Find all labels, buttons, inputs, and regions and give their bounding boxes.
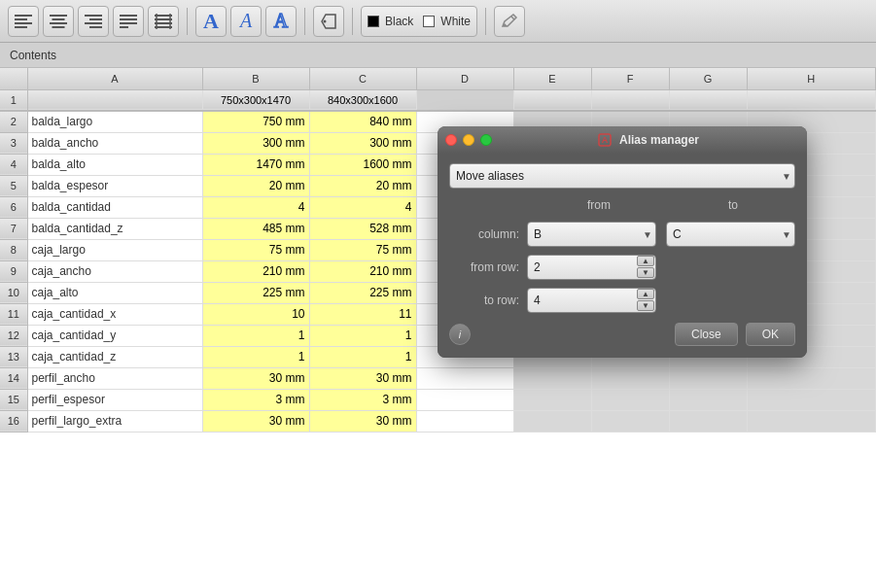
row-8-c[interactable]: 75 mm <box>309 239 416 260</box>
row-1-d[interactable] <box>416 89 513 111</box>
row-16-b[interactable]: 30 mm <box>202 410 309 432</box>
row-3-b[interactable]: 300 mm <box>202 132 309 154</box>
close-button[interactable]: Close <box>675 323 738 346</box>
row-15-a[interactable]: perfil_espesor <box>27 389 202 410</box>
row-3-num[interactable]: 3 <box>0 132 27 154</box>
row-1-c[interactable]: 840x300x1600 <box>309 89 416 111</box>
row-10-c[interactable]: 225 mm <box>309 282 416 303</box>
pencil-button[interactable] <box>494 6 525 37</box>
row-15-h[interactable] <box>747 389 876 410</box>
row-9-b[interactable]: 210 mm <box>202 260 309 282</box>
row-1-b[interactable]: 750x300x1470 <box>202 89 309 111</box>
font-a-bold-button[interactable]: A <box>195 6 227 37</box>
row-16-d[interactable] <box>416 410 513 432</box>
row-5-num[interactable]: 5 <box>0 175 27 196</box>
ok-button[interactable]: OK <box>746 323 795 346</box>
row-14-f[interactable] <box>591 367 669 389</box>
row-15-g[interactable] <box>669 389 747 410</box>
row-11-b[interactable]: 10 <box>202 303 309 325</box>
row-7-num[interactable]: 7 <box>0 218 27 239</box>
info-button[interactable]: i <box>449 324 471 345</box>
dialog-maximize-button[interactable] <box>480 134 492 146</box>
row-3-a[interactable]: balda_ancho <box>27 132 202 154</box>
row-6-c[interactable]: 4 <box>309 196 416 218</box>
row-13-b[interactable]: 1 <box>202 346 309 367</box>
row-1-g[interactable] <box>669 89 747 111</box>
row-3-c[interactable]: 300 mm <box>309 132 416 154</box>
row-1-h[interactable] <box>747 89 876 111</box>
align-right-button[interactable] <box>78 6 109 37</box>
row-11-num[interactable]: 11 <box>0 303 27 325</box>
row-7-b[interactable]: 485 mm <box>202 218 309 239</box>
row-16-e[interactable] <box>513 410 591 432</box>
row-14-e[interactable] <box>513 367 591 389</box>
to-row-down-button[interactable]: ▼ <box>637 300 654 311</box>
row-8-b[interactable]: 75 mm <box>202 239 309 260</box>
align-justify-button[interactable] <box>113 6 144 37</box>
row-2-a[interactable]: balda_largo <box>27 111 202 132</box>
row-4-num[interactable]: 4 <box>0 154 27 175</box>
font-a-outline-button[interactable]: A <box>265 6 297 37</box>
row-16-a[interactable]: perfil_largo_extra <box>27 410 202 432</box>
to-row-up-button[interactable]: ▲ <box>637 289 654 299</box>
row-14-b[interactable]: 30 mm <box>202 367 309 389</box>
row-5-a[interactable]: balda_espesor <box>27 175 202 196</box>
row-15-e[interactable] <box>513 389 591 410</box>
row-15-f[interactable] <box>591 389 669 410</box>
font-a-italic-button[interactable]: A <box>230 6 262 37</box>
col-to-dropdown[interactable]: C ABDE <box>666 222 795 247</box>
col-from-dropdown[interactable]: B ACDE <box>527 222 656 247</box>
row-8-num[interactable]: 8 <box>0 239 27 260</box>
row-14-a[interactable]: perfil_ancho <box>27 367 202 389</box>
row-7-a[interactable]: balda_cantidad_z <box>27 218 202 239</box>
row-16-num[interactable]: 16 <box>0 410 27 432</box>
row-7-c[interactable]: 528 mm <box>309 218 416 239</box>
row-13-a[interactable]: caja_cantidad_z <box>27 346 202 367</box>
black-checkbox[interactable] <box>368 16 379 27</box>
row-2-b[interactable]: 750 mm <box>202 111 309 132</box>
row-15-c[interactable]: 3 mm <box>309 389 416 410</box>
dialog-close-button[interactable] <box>445 134 457 146</box>
row-6-num[interactable]: 6 <box>0 196 27 218</box>
dialog-minimize-button[interactable] <box>463 134 474 146</box>
row-12-a[interactable]: caja_cantidad_y <box>27 325 202 346</box>
row-5-b[interactable]: 20 mm <box>202 175 309 196</box>
row-14-g[interactable] <box>669 367 747 389</box>
row-16-g[interactable] <box>669 410 747 432</box>
row-4-b[interactable]: 1470 mm <box>202 154 309 175</box>
row-13-c[interactable]: 1 <box>309 346 416 367</box>
row-14-h[interactable] <box>747 367 876 389</box>
row-10-b[interactable]: 225 mm <box>202 282 309 303</box>
action-dropdown[interactable]: Move aliases Copy aliases Delete aliases <box>449 163 795 189</box>
row-11-c[interactable]: 11 <box>309 303 416 325</box>
row-6-b[interactable]: 4 <box>202 196 309 218</box>
row-4-c[interactable]: 1600 mm <box>309 154 416 175</box>
row-2-c[interactable]: 840 mm <box>309 111 416 132</box>
row-15-d[interactable] <box>416 389 513 410</box>
align-distributed-button[interactable] <box>148 6 179 37</box>
from-row-up-button[interactable]: ▲ <box>637 256 654 266</box>
from-row-down-button[interactable]: ▼ <box>637 267 654 278</box>
row-16-c[interactable]: 30 mm <box>309 410 416 432</box>
row-4-a[interactable]: balda_alto <box>27 154 202 175</box>
row-9-a[interactable]: caja_ancho <box>27 260 202 282</box>
row-11-a[interactable]: caja_cantidad_x <box>27 303 202 325</box>
row-14-num[interactable]: 14 <box>0 367 27 389</box>
row-14-c[interactable]: 30 mm <box>309 367 416 389</box>
row-9-c[interactable]: 210 mm <box>309 260 416 282</box>
row-16-h[interactable] <box>747 410 876 432</box>
row-12-c[interactable]: 1 <box>309 325 416 346</box>
row-1-e[interactable] <box>513 89 591 111</box>
align-center-button[interactable] <box>43 6 74 37</box>
row-14-d[interactable] <box>416 367 513 389</box>
white-checkbox[interactable] <box>423 16 435 27</box>
row-10-num[interactable]: 10 <box>0 282 27 303</box>
row-12-num[interactable]: 12 <box>0 325 27 346</box>
row-10-a[interactable]: caja_alto <box>27 282 202 303</box>
align-left-button[interactable] <box>8 6 39 37</box>
tag-button[interactable] <box>313 6 344 37</box>
row-13-num[interactable]: 13 <box>0 346 27 367</box>
row-2-num[interactable]: 2 <box>0 111 27 132</box>
row-1-a[interactable] <box>27 89 202 111</box>
row-9-num[interactable]: 9 <box>0 260 27 282</box>
